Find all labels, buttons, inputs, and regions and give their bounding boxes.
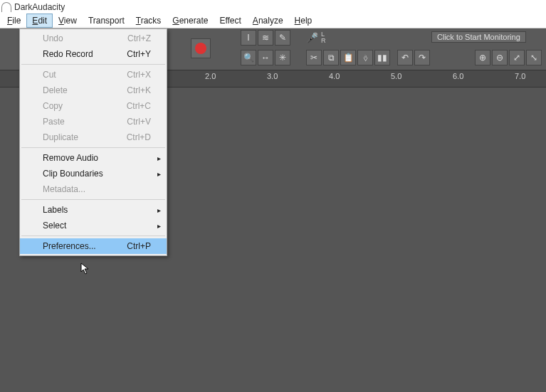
zoom-tool[interactable]: 🔍 — [241, 50, 256, 65]
title-bar: DarkAudacity — [0, 0, 546, 14]
menu-edit[interactable]: Edit — [26, 14, 53, 28]
envelope-tool[interactable]: ≋ — [258, 30, 273, 46]
chevron-right-icon: ▸ — [157, 206, 161, 214]
menu-item-cut[interactable]: CutCtrl+X — [20, 67, 167, 83]
timeshift-icon: ↔ — [261, 53, 270, 63]
zoom-in-button[interactable]: ⊕ — [475, 50, 490, 65]
tick-2: 2.0 — [205, 72, 216, 80]
magnifier-icon: 🔍 — [243, 53, 254, 63]
menu-transport[interactable]: Transport — [83, 14, 130, 28]
menu-tracks[interactable]: Tracks — [130, 14, 167, 28]
menu-item-remove-audio[interactable]: Remove Audio▸ — [20, 150, 167, 166]
silence-icon: ▮▮ — [377, 53, 387, 63]
menu-item-metadata[interactable]: Metadata... — [20, 181, 167, 197]
cut-button[interactable]: ✂ — [306, 50, 322, 65]
zoom-fit-icon: ⤢ — [513, 53, 520, 63]
timeshift-tool[interactable]: ↔ — [258, 50, 273, 65]
silence-button[interactable]: ▮▮ — [374, 50, 390, 65]
zoom-sel-icon: ⤡ — [530, 53, 537, 63]
menu-separator — [21, 199, 165, 200]
menu-item-copy[interactable]: CopyCtrl+C — [20, 98, 167, 114]
tick-4: 4.0 — [329, 72, 340, 80]
paste-button[interactable]: 📋 — [340, 50, 356, 65]
menu-generate[interactable]: Generate — [167, 14, 214, 28]
start-monitoring-button[interactable]: Click to Start Monitoring — [431, 31, 526, 43]
trim-icon: ⎀ — [363, 53, 368, 63]
undo-button[interactable]: ↶ — [397, 50, 413, 65]
menu-item-redo[interactable]: Redo RecordCtrl+Y — [20, 46, 167, 62]
edit-dropdown: UndoCtrl+Z Redo RecordCtrl+Y CutCtrl+X D… — [19, 28, 167, 256]
pencil-icon: ✎ — [279, 33, 286, 43]
menu-separator — [21, 64, 165, 65]
zoom-out-button[interactable]: ⊖ — [492, 50, 508, 65]
app-title: DarkAudacity — [14, 2, 65, 12]
menu-item-clip-boundaries[interactable]: Clip Boundaries▸ — [20, 166, 167, 181]
ibeam-icon: I — [247, 33, 249, 43]
scissors-icon: ✂ — [310, 53, 317, 63]
redo-button[interactable]: ↷ — [414, 50, 430, 65]
copy-icon: ⧉ — [328, 53, 335, 63]
multi-tool[interactable]: ✳ — [275, 50, 290, 65]
chevron-right-icon: ▸ — [157, 154, 161, 162]
draw-tool[interactable]: ✎ — [275, 30, 290, 46]
menu-help[interactable]: Help — [289, 14, 318, 28]
tick-5: 5.0 — [391, 72, 401, 80]
chevron-right-icon: ▸ — [157, 170, 161, 178]
meter-r-label: R — [321, 38, 326, 44]
mic-icon[interactable]: 🎤 — [306, 32, 318, 43]
menu-item-preferences[interactable]: Preferences...Ctrl+P — [20, 238, 167, 254]
zoom-fit-button[interactable]: ⤢ — [509, 50, 525, 65]
copy-button[interactable]: ⧉ — [323, 50, 339, 65]
menu-bar: File Edit View Transport Tracks Generate… — [0, 14, 546, 28]
zoom-sel-button[interactable]: ⤡ — [526, 50, 542, 65]
trim-button[interactable]: ⎀ — [357, 50, 373, 65]
envelope-icon: ≋ — [262, 33, 269, 43]
chevron-right-icon: ▸ — [157, 222, 161, 230]
redo-icon: ↷ — [419, 53, 426, 63]
tick-7: 7.0 — [515, 72, 525, 80]
menu-analyze[interactable]: Analyze — [247, 14, 289, 28]
tick-6: 6.0 — [453, 72, 463, 80]
zoom-out-icon: ⊖ — [496, 53, 503, 63]
menu-file[interactable]: File — [1, 14, 26, 28]
menu-effect[interactable]: Effect — [214, 14, 246, 28]
multi-icon: ✳ — [279, 53, 286, 63]
mic-meter: 🎤 L R — [306, 31, 326, 44]
menu-item-labels[interactable]: Labels▸ — [20, 202, 167, 218]
zoom-in-icon: ⊕ — [479, 53, 486, 63]
paste-icon: 📋 — [343, 53, 354, 63]
tick-3: 3.0 — [267, 72, 278, 80]
undo-icon: ↶ — [401, 53, 409, 63]
menu-separator — [21, 147, 165, 148]
menu-item-select[interactable]: Select▸ — [20, 218, 167, 233]
menu-separator — [21, 235, 165, 236]
menu-view[interactable]: View — [53, 14, 83, 28]
menu-item-duplicate[interactable]: DuplicateCtrl+D — [20, 129, 167, 145]
selection-tool[interactable]: I — [241, 30, 256, 46]
menu-item-undo[interactable]: UndoCtrl+Z — [20, 31, 167, 46]
app-icon — [1, 2, 11, 12]
menu-item-delete[interactable]: DeleteCtrl+K — [20, 83, 167, 98]
menu-item-paste[interactable]: PasteCtrl+V — [20, 114, 167, 129]
